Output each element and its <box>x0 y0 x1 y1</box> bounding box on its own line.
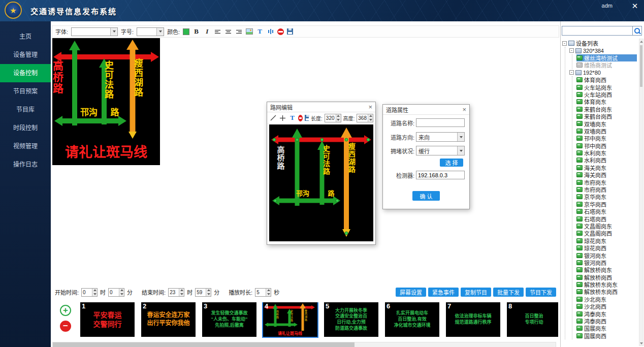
program-thumbnail[interactable]: 3 发生轻微交通事故 “人未伤、车能动” 先拍照,后撤离 <box>202 302 256 337</box>
duration-stepper[interactable]: 5 <box>255 288 271 297</box>
road-direction-select[interactable]: 来向 <box>416 132 465 142</box>
tree-device-item[interactable]: 邗中岗西 <box>576 142 637 149</box>
tree-device-item[interactable]: 琼花岗西 <box>576 244 637 251</box>
tree-device-item[interactable]: 火车站岗西 <box>576 91 637 98</box>
font-select[interactable] <box>71 27 118 36</box>
tree-root[interactable]: 设备列表 <box>562 40 637 47</box>
program-thumbnail[interactable]: 5 大力开展秋冬季 交通安全整治百 日行动,全力预 防道路交通事故 <box>324 302 378 337</box>
stepper-arrows[interactable] <box>206 289 211 296</box>
scrollbar-thumb[interactable] <box>53 342 355 347</box>
road-name-input[interactable] <box>416 118 465 127</box>
sidebar-item[interactable]: 主页 <box>0 27 51 46</box>
insert-image-icon[interactable] <box>246 28 253 35</box>
stepper-arrows[interactable] <box>368 114 373 122</box>
font-size-select[interactable] <box>137 27 164 36</box>
delete-icon[interactable] <box>298 115 303 121</box>
program-thumbnail[interactable]: 8 百日整治 专项行动 <box>507 302 558 337</box>
tree-device-item[interactable]: 双墙岗东 <box>576 120 637 127</box>
action-button[interactable]: 复制节目 <box>461 288 491 297</box>
program-thumbnail[interactable]: 6 扎实开展电动车 百日整治,有效 净化城市交通环境 <box>385 302 439 337</box>
tree-device-item[interactable]: 琼花岗东 <box>576 237 637 244</box>
tree-device-item[interactable]: 解放桥东岗东 <box>576 281 637 288</box>
tree-group-320x384[interactable]: 320*384 <box>569 47 637 54</box>
tree-device-item[interactable]: 解放桥东岗西 <box>576 288 637 295</box>
tree-device-item[interactable]: 银河岗西 <box>576 259 637 266</box>
collapse-icon[interactable] <box>569 48 574 53</box>
stepper-arrows[interactable] <box>92 289 97 296</box>
tree-device-item[interactable]: 鸿泰岗东 <box>576 310 637 317</box>
tree-device-item[interactable]: 国展岗西 <box>576 332 637 339</box>
tree-device-item[interactable]: 海关岗东 <box>576 164 637 171</box>
tree-device-item[interactable]: 石塔岗东 <box>576 208 637 215</box>
chevron-down-icon[interactable] <box>156 28 164 36</box>
scroll-down-icon[interactable] <box>639 341 643 345</box>
tree-device-item[interactable]: 解放桥岗东 <box>576 266 637 273</box>
tree-group-192x80[interactable]: 192*80 <box>569 69 637 76</box>
sidebar-item[interactable]: 设备控制 <box>0 64 51 82</box>
tree-device-item[interactable]: 国展岗东 <box>576 325 637 332</box>
tree-device-item[interactable]: 螺丝湾桥测试 <box>576 54 637 61</box>
bold-button[interactable]: B <box>192 27 200 36</box>
italic-button[interactable]: I <box>203 27 211 36</box>
scrollbar-thumb[interactable] <box>640 45 642 87</box>
start-minute-stepper[interactable]: 0 <box>108 288 124 297</box>
tree-device-item[interactable]: 水利岗东 <box>576 149 637 156</box>
align-center-icon[interactable] <box>224 27 232 36</box>
action-button[interactable]: 紧急事件 <box>428 288 459 297</box>
length-stepper[interactable]: 320 <box>325 114 341 122</box>
tree-device-item[interactable]: 邗中岗东 <box>576 135 637 142</box>
tree-device-item[interactable]: 石塔岗西 <box>576 215 637 222</box>
program-thumbnail[interactable]: 1 平安春运 交警同行 <box>80 302 135 337</box>
tree-device-item[interactable]: 京华岗东 <box>576 193 637 200</box>
scroll-effect-icon[interactable] <box>267 27 274 36</box>
tree-device-item[interactable]: 来鹤台岗东 <box>576 106 637 113</box>
close-icon[interactable]: × <box>368 103 372 111</box>
add-program-button[interactable]: + <box>60 305 71 316</box>
program-preview-canvas[interactable]: 高桥路 史可法路 瘦西湖路 邗沟 路 请礼让斑马线 <box>52 38 160 165</box>
add-node-icon[interactable] <box>279 114 286 122</box>
horizontal-scrollbar[interactable] <box>52 342 556 347</box>
tree-device-item[interactable]: 沙北岗西 <box>576 303 637 310</box>
chevron-down-icon[interactable] <box>457 146 464 155</box>
search-button[interactable] <box>633 26 642 36</box>
tree-device-item[interactable]: 来鹤台岗西 <box>576 113 637 120</box>
sidebar-item[interactable]: 操作日志 <box>0 155 51 174</box>
program-thumbnail[interactable]: 4 <box>263 302 317 337</box>
insert-text-icon[interactable]: T <box>256 27 264 36</box>
dialog-titlebar[interactable]: 道路属性 × <box>383 105 469 115</box>
remove-program-button[interactable]: − <box>60 321 71 332</box>
end-hour-stepper[interactable]: 23 <box>168 288 184 297</box>
color-swatch[interactable] <box>183 28 189 35</box>
save-icon[interactable] <box>305 115 309 121</box>
collapse-icon[interactable] <box>569 70 574 75</box>
congestion-select[interactable]: 缓行 <box>416 146 465 155</box>
program-thumbnail[interactable]: 2 春运安全连万家 出行平安你我他 <box>141 302 196 337</box>
tree-device-item[interactable]: 海关岗西 <box>576 171 637 178</box>
end-minute-stepper[interactable]: 59 <box>195 288 211 297</box>
sidebar-item[interactable]: 设备管理 <box>0 46 51 64</box>
chevron-down-icon[interactable] <box>110 28 117 36</box>
stepper-arrows[interactable] <box>119 289 124 296</box>
tree-device-item[interactable]: 解放桥岗西 <box>576 274 637 281</box>
tree-device-item[interactable]: 火车站岗东 <box>576 83 637 90</box>
sidebar-item[interactable]: 视频管理 <box>0 137 51 155</box>
scroll-up-icon[interactable] <box>639 39 643 44</box>
tree-device-item[interactable]: 维扬商测试 <box>576 61 637 69</box>
stepper-arrows[interactable] <box>336 114 341 122</box>
text-tool-icon[interactable]: T <box>288 114 296 122</box>
tree-device-item[interactable]: 鸿泰岗西 <box>576 318 637 325</box>
tree-device-item[interactable]: 体育岗西 <box>576 76 637 83</box>
sidebar-item[interactable]: 节目库 <box>0 101 51 119</box>
select-detector-button[interactable]: 选 择 <box>440 159 463 167</box>
tree-device-item[interactable]: 市府岗西 <box>576 186 637 193</box>
tree-device-item[interactable]: 市府岗东 <box>576 178 637 185</box>
search-input[interactable] <box>562 26 633 36</box>
tree-device-item[interactable]: 沙北岗东 <box>576 296 637 303</box>
tree-device-item[interactable]: 银河岗东 <box>576 251 637 259</box>
save-icon[interactable] <box>287 28 293 35</box>
window-close-icon[interactable]: ✕ <box>630 2 639 11</box>
tree-device-item[interactable]: 水利岗西 <box>576 156 637 164</box>
align-left-icon[interactable] <box>214 27 221 36</box>
action-button[interactable]: 批量下发 <box>493 288 524 297</box>
height-stepper[interactable]: 368 <box>357 114 373 122</box>
